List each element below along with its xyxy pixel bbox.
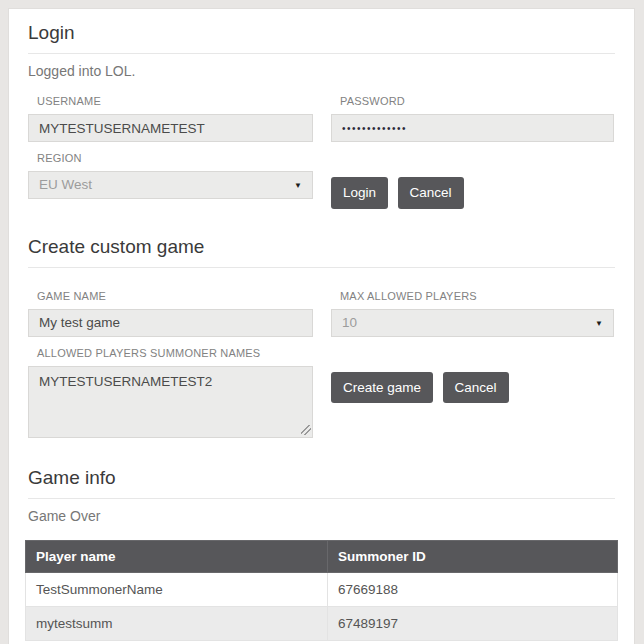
player-name-cell: TestSummonerName <box>26 572 328 606</box>
players-table: Player name Summoner ID TestSummonerName… <box>25 540 618 641</box>
allowed-players-label: ALLOWED PLAYERS SUMMONER NAMES <box>37 347 313 359</box>
max-players-select[interactable]: 10 ▼ <box>331 309 614 337</box>
player-name-cell: mytestsumm <box>26 606 328 640</box>
login-cancel-button[interactable]: Cancel <box>398 177 464 209</box>
password-label: PASSWORD <box>340 95 614 107</box>
table-header-row: Player name Summoner ID <box>26 540 618 572</box>
game-name-field-group: GAME NAME <box>28 290 313 337</box>
create-game-actions: Create game Cancel <box>331 347 614 438</box>
player-name-header: Player name <box>26 540 328 572</box>
table-row: mytestsumm 67489197 <box>26 606 618 640</box>
game-name-label: GAME NAME <box>37 290 313 302</box>
spacer <box>331 347 614 372</box>
create-cancel-button[interactable]: Cancel <box>443 372 509 404</box>
game-name-input[interactable] <box>28 309 313 337</box>
region-label: REGION <box>37 152 313 164</box>
max-players-selected-value: 10 <box>342 315 357 330</box>
resize-grip-icon[interactable] <box>301 425 311 435</box>
spacer <box>331 152 614 177</box>
region-selected-value: EU West <box>39 177 92 192</box>
summoner-id-cell: 67489197 <box>327 606 617 640</box>
create-game-form: GAME NAME MAX ALLOWED PLAYERS 10 ▼ ALLOW… <box>28 290 615 438</box>
main-panel: Login Logged into LOL. USERNAME PASSWORD… <box>8 8 635 644</box>
password-field-group: PASSWORD <box>331 95 614 142</box>
chevron-down-icon: ▼ <box>595 310 603 337</box>
login-button[interactable]: Login <box>331 177 388 209</box>
max-players-field-group: MAX ALLOWED PLAYERS 10 ▼ <box>331 290 614 337</box>
login-actions: Login Cancel <box>331 152 614 209</box>
region-select[interactable]: EU West ▼ <box>28 171 313 199</box>
summoner-id-cell: 67669188 <box>327 572 617 606</box>
allowed-players-textarea[interactable]: MYTESTUSERNAMETEST2 <box>28 366 313 438</box>
login-section-title: Login <box>28 9 615 54</box>
create-game-button[interactable]: Create game <box>331 372 433 404</box>
summoner-id-header: Summoner ID <box>327 540 617 572</box>
create-game-section-title: Create custom game <box>28 223 615 268</box>
max-players-label: MAX ALLOWED PLAYERS <box>340 290 614 302</box>
game-info-section-title: Game info <box>28 454 615 499</box>
game-info-status-text: Game Over <box>28 508 615 524</box>
username-field-group: USERNAME <box>28 95 313 142</box>
username-label: USERNAME <box>37 95 313 107</box>
password-input[interactable] <box>331 114 614 142</box>
table-row: TestSummonerName 67669188 <box>26 572 618 606</box>
login-form: USERNAME PASSWORD REGION EU West ▼ Login… <box>28 95 615 209</box>
region-field-group: REGION EU West ▼ <box>28 152 313 209</box>
login-status-text: Logged into LOL. <box>28 63 615 79</box>
chevron-down-icon: ▼ <box>294 172 302 199</box>
allowed-players-field-group: ALLOWED PLAYERS SUMMONER NAMES MYTESTUSE… <box>28 347 313 438</box>
username-input[interactable] <box>28 114 313 142</box>
